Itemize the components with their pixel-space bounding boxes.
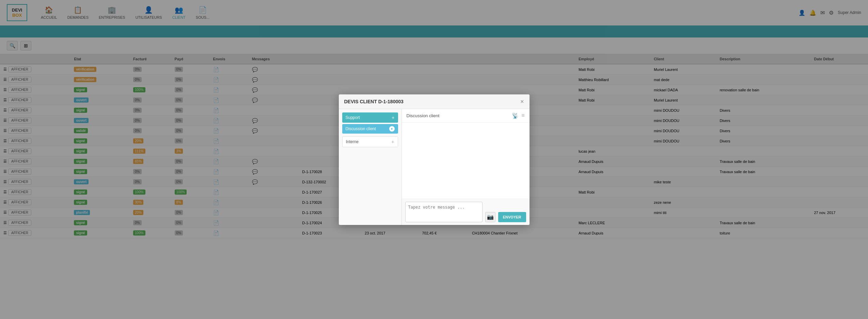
modal-sidebar-support-group: Support + Discussion client ● — [342, 112, 398, 134]
modal-overlay: DEVIS CLIENT D-1-180003 × Support + Disc… — [0, 0, 868, 319]
modal-body: Support + Discussion client ● Interne + — [339, 109, 530, 225]
modal-content-header: Discussion client 📡 ≡ — [402, 109, 530, 123]
message-input[interactable] — [405, 202, 483, 222]
modal-sidebar-support[interactable]: Support + — [342, 112, 398, 123]
modal-content-title: Discussion client — [407, 113, 440, 118]
modal-header: DEVIS CLIENT D-1-180003 × — [339, 94, 530, 109]
modal-footer: 📷 ENVOYER — [402, 199, 530, 225]
support-label: Support — [346, 115, 360, 120]
rss-icon[interactable]: 📡 — [512, 112, 519, 119]
modal-title: DEVIS CLIENT D-1-180003 — [344, 99, 404, 104]
modal-sidebar-discussion[interactable]: Discussion client ● — [342, 124, 398, 134]
interne-plus-icon: + — [391, 139, 394, 145]
modal-content: Discussion client 📡 ≡ 📷 ENVOYER — [402, 109, 530, 225]
camera-icon: 📷 — [487, 214, 494, 220]
modal-sidebar: Support + Discussion client ● Interne + — [339, 109, 402, 225]
send-button[interactable]: ENVOYER — [498, 212, 526, 222]
modal-messages-area — [402, 123, 530, 199]
discussion-badge: ● — [389, 126, 395, 132]
camera-button[interactable]: 📷 — [485, 212, 495, 222]
modal: DEVIS CLIENT D-1-180003 × Support + Disc… — [339, 94, 530, 225]
list-icon[interactable]: ≡ — [521, 112, 524, 119]
interne-label: Interne — [346, 139, 359, 144]
modal-content-icons: 📡 ≡ — [512, 112, 524, 119]
discussion-label: Discussion client — [346, 126, 376, 131]
modal-close-button[interactable]: × — [520, 98, 524, 105]
support-plus-icon: + — [392, 115, 394, 120]
modal-sidebar-interne[interactable]: Interne + — [342, 136, 398, 147]
modal-sidebar-interne-group: Interne + — [342, 136, 398, 147]
